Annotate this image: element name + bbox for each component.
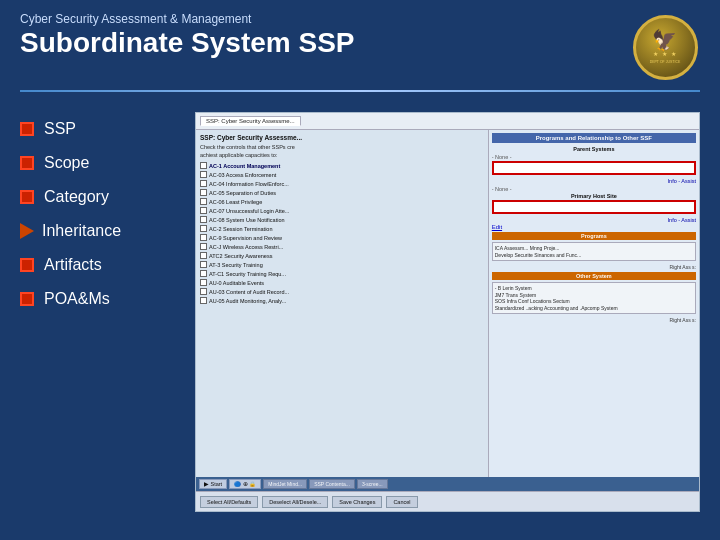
checkbox-row-at3: AT-3 Security Training	[200, 261, 484, 268]
checkbox-ac08[interactable]	[200, 216, 207, 223]
primary-host-box[interactable]	[492, 200, 696, 214]
checkbox-row-atc2: ATC2 Security Awareness	[200, 252, 484, 259]
checkbox-ac04[interactable]	[200, 180, 207, 187]
screenshot-topbar: SSP: Cyber Security Assessme...	[196, 113, 699, 130]
taskbar-icon-1[interactable]: 🔵 ⊕ 🔒	[229, 479, 261, 489]
checkbox-atc1[interactable]	[200, 270, 207, 277]
sidebar-item-label-category: Category	[44, 188, 109, 206]
doj-inner: 🦅 ★ ★ ★ DEPT OF JUSTICE	[650, 30, 681, 63]
edit-link[interactable]: Edit	[492, 224, 696, 230]
sidebar-item-scope[interactable]: Scope	[20, 146, 175, 180]
checkbox-label-ac03: AC-03 Access Enforcement	[209, 172, 276, 178]
checkbox-label-au0: AU-0 Auditable Events	[209, 280, 264, 286]
programs-text: ICA Assessm... Mnng Proje...Develop Secu…	[495, 245, 693, 258]
save-changes-button[interactable]: Save Changes	[332, 496, 382, 508]
select-all-button[interactable]: Select All/Defaults	[200, 496, 258, 508]
checkbox-atc2[interactable]	[200, 252, 207, 259]
sidebar-item-artifacts[interactable]: Artifacts	[20, 248, 175, 282]
checkbox-ac06[interactable]	[200, 198, 207, 205]
header-subtitle: Cyber Security Assessment & Management	[20, 12, 355, 26]
taskbar-screen[interactable]: 3-scree...	[357, 479, 388, 489]
info-assist-label-2: Info - Assist	[668, 217, 696, 223]
parent-systems-label: Parent Systems	[492, 146, 696, 152]
screenshot-bottom-buttons: Select All/Defaults Deselect All/Desele.…	[196, 491, 699, 511]
info-assist-row: Info - Assist	[492, 178, 696, 184]
checkbox-row-ac2: AC-2 Session Termination	[200, 225, 484, 232]
checkbox-row-ac03: AC-03 Access Enforcement	[200, 171, 484, 178]
screenshot-area: SSP: Cyber Security Assessme... SSP: Cyb…	[195, 112, 700, 512]
info-assist-row-2: Info - Assist	[492, 217, 696, 223]
left-nav: SSP Scope Category Inheritance Artifacts	[20, 112, 175, 512]
none-label: - None -	[492, 154, 696, 160]
checkbox-label-ac05: AC-05 Separation of Duties	[209, 190, 276, 196]
doj-text: DEPT OF JUSTICE	[650, 60, 681, 64]
checkbox-au03[interactable]	[200, 288, 207, 295]
right-assist-row-1: Right Ass s:	[492, 264, 696, 270]
header: Cyber Security Assessment & Management S…	[0, 0, 720, 90]
checkbox-ac03[interactable]	[200, 171, 207, 178]
bullet-icon	[20, 258, 34, 272]
checkbox-au0[interactable]	[200, 279, 207, 286]
checkbox-acj[interactable]	[200, 243, 207, 250]
checkbox-row-ac04: AC-04 Information Flow/Enforc...	[200, 180, 484, 187]
bullet-icon	[20, 156, 34, 170]
checkbox-label-ac9: AC-9 Supervision and Review	[209, 235, 282, 241]
bullet-icon	[20, 292, 34, 306]
checkbox-row-acj: AC-J Wireless Access Restri...	[200, 243, 484, 250]
none-label-2: - None -	[492, 186, 696, 192]
right-assist-row-2: Right Ass s:	[492, 317, 696, 323]
right-assist-label-1: Right Ass s:	[670, 264, 696, 270]
header-text: Cyber Security Assessment & Management S…	[20, 12, 355, 59]
checkbox-row-ac9: AC-9 Supervision and Review	[200, 234, 484, 241]
programs-header: Programs and Relationship to Other SSF	[492, 133, 696, 143]
sidebar-item-ssp[interactable]: SSP	[20, 112, 175, 146]
checkbox-label-at3: AT-3 Security Training	[209, 262, 263, 268]
other-systems-box: - B Lerin SystemJM7 Trans SystemSOS Infr…	[492, 282, 696, 314]
screenshot-title: SSP: Cyber Security Assessme...	[200, 134, 484, 141]
bullet-icon	[20, 190, 34, 204]
checkbox-ac1[interactable]	[200, 162, 207, 169]
sidebar-item-inheritance[interactable]: Inheritance	[20, 214, 175, 248]
checkbox-ac9[interactable]	[200, 234, 207, 241]
sidebar-item-label-poams: POA&Ms	[44, 290, 110, 308]
screenshot-description: Check the controls that other SSPs creac…	[200, 144, 484, 159]
checkbox-label-au03: AU-03 Content of Audit Record...	[209, 289, 289, 295]
bullet-icon	[20, 122, 34, 136]
taskbar-ssp[interactable]: SSP Contenta...	[309, 479, 355, 489]
info-assist-label: Info - Assist	[668, 178, 696, 184]
doj-logo: 🦅 ★ ★ ★ DEPT OF JUSTICE	[630, 12, 700, 82]
checkbox-row-atc1: AT-C1 Security Training Requ...	[200, 270, 484, 277]
primary-host-label: Primary Host Site	[492, 193, 696, 199]
start-button[interactable]: ▶ Start	[199, 479, 227, 489]
programs-section-header: Programs	[492, 232, 696, 240]
right-assist-label-2: Right Ass s:	[670, 317, 696, 323]
checkbox-label-ac04: AC-04 Information Flow/Enforc...	[209, 181, 289, 187]
screenshot-tab-main[interactable]: SSP: Cyber Security Assessme...	[200, 116, 301, 126]
other-systems-text: - B Lerin SystemJM7 Trans SystemSOS Infr…	[495, 285, 693, 311]
checkbox-label-atc1: AT-C1 Security Training Requ...	[209, 271, 286, 277]
arrow-icon	[20, 223, 34, 239]
screenshot-inner: SSP: Cyber Security Assessme... SSP: Cyb…	[196, 113, 699, 511]
checkbox-row-au05: AU-05 Audit Monitoring, Analy...	[200, 297, 484, 304]
screenshot-left-panel: SSP: Cyber Security Assessme... Check th…	[196, 130, 488, 512]
checkbox-row-ac08: AC-08 System Use Notification	[200, 216, 484, 223]
sidebar-item-poams[interactable]: POA&Ms	[20, 282, 175, 316]
checkbox-ac07[interactable]	[200, 207, 207, 214]
sidebar-item-category[interactable]: Category	[20, 180, 175, 214]
checkbox-row-au03: AU-03 Content of Audit Record...	[200, 288, 484, 295]
checkbox-au05[interactable]	[200, 297, 207, 304]
screenshot-body: SSP: Cyber Security Assessme... Check th…	[196, 130, 699, 512]
sidebar-item-label-artifacts: Artifacts	[44, 256, 102, 274]
deselect-all-button[interactable]: Deselect All/Desele...	[262, 496, 328, 508]
checkbox-row-ac1: AC-1 Account Management	[200, 162, 484, 169]
checkbox-label-atc2: ATC2 Security Awareness	[209, 253, 272, 259]
taskbar-mindjet[interactable]: MindJet Mind...	[263, 479, 307, 489]
parent-systems-box[interactable]	[492, 161, 696, 175]
checkbox-ac2[interactable]	[200, 225, 207, 232]
checkbox-row-au0: AU-0 Auditable Events	[200, 279, 484, 286]
checkbox-ac05[interactable]	[200, 189, 207, 196]
checkbox-label-ac06: AC-06 Least Privilege	[209, 199, 262, 205]
cancel-button[interactable]: Cancel	[386, 496, 417, 508]
checkbox-at3[interactable]	[200, 261, 207, 268]
header-title: Subordinate System SSP	[20, 28, 355, 59]
